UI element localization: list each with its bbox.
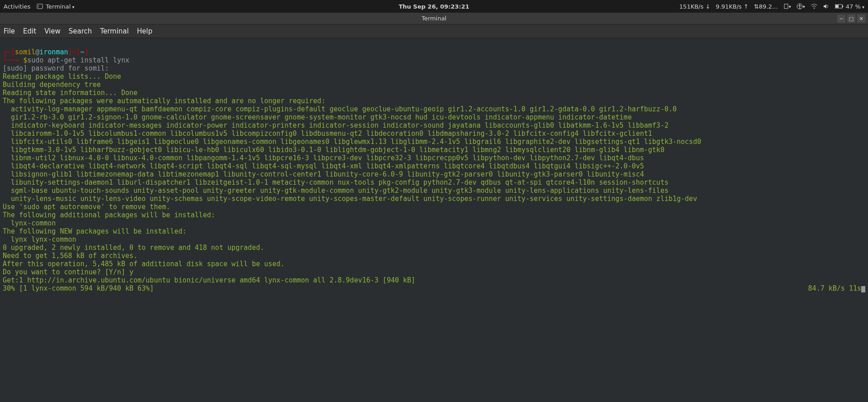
prompt-cwd: ~ (81, 48, 85, 56)
output-line: Building dependency tree (3, 81, 101, 89)
pkg-list-line: libgtkmm-3.0-1v5 libharfbuzz-gobject0 li… (3, 146, 865, 154)
terminal-viewport[interactable]: ┌─[somil@ironman]─[~] └──╼ $sudo apt-get… (0, 38, 868, 402)
pkg-list-line: activity-log-manager appmenu-qt bamfdaem… (3, 105, 865, 113)
sudo-pw-line: [sudo] password for somil: (3, 64, 109, 72)
menu-edit[interactable]: Edit (23, 27, 36, 35)
pkg-list-line: gir1.2-rb-3.0 gir1.2-signon-1.0 gnome-ca… (3, 113, 865, 121)
clock[interactable]: Thu Sep 26, 09:23:21 (398, 3, 469, 10)
menu-terminal[interactable]: Terminal (100, 27, 128, 35)
pkg-list-line: sgml-base ubuntu-touch-sounds unity-asse… (3, 187, 865, 195)
svg-rect-7 (835, 5, 839, 8)
prompt-at: @ (35, 48, 39, 56)
cursor (861, 286, 865, 292)
output-line: The following NEW packages will be insta… (3, 227, 186, 235)
output-line: Reading state information... Done (3, 89, 138, 97)
progress-right: 84.7 kB/s 11s (808, 284, 865, 292)
continue-prompt: Do you want to continue? [Y/n] y (3, 268, 133, 276)
pkg-list-line: lynx-common (3, 219, 865, 227)
prompt-user: somil (15, 48, 35, 56)
net-down: 151KB/s ↓ (679, 3, 710, 10)
pkg-list-line: libunity-settings-daemon1 liburl-dispatc… (3, 178, 865, 187)
wifi-icon[interactable] (811, 4, 818, 9)
pkg-list-line: libnm-util2 libnux-4.0-0 libnux-4.0-comm… (3, 154, 865, 162)
prompt-frame-open: ┌─[ (3, 48, 15, 56)
command-text: sudo apt-get install lynx (27, 56, 129, 64)
pkg-list-line: libfcitx-utils0 libframe6 libgeis1 libge… (3, 138, 865, 146)
pkg-list-line: unity-lens-music unity-lens-video unity-… (3, 195, 865, 203)
output-line: Get:1 http://in.archive.ubuntu.com/ubunt… (3, 276, 415, 284)
terminal-icon (37, 3, 43, 10)
output-line: 0 upgraded, 2 newly installed, 0 to remo… (3, 244, 264, 252)
output-line: Reading package lists... Done (3, 72, 121, 81)
svg-point-4 (814, 8, 815, 9)
output-line: The following packages were automaticall… (3, 97, 325, 105)
maximize-button[interactable]: □ (847, 14, 855, 23)
menu-file[interactable]: File (4, 27, 15, 35)
prompt-frame-mid: ]─[ (68, 48, 81, 56)
minimize-button[interactable]: ─ (837, 14, 845, 23)
battery-icon (835, 4, 844, 9)
output-line: The following additional packages will b… (3, 211, 215, 219)
net-up: 9.91KB/s ↑ (716, 3, 749, 10)
pkg-list-line: libqt4-declarative libqt4-network libqt4… (3, 162, 865, 170)
prompt-frame-end: ] (85, 48, 89, 56)
battery-label: 47 % (846, 3, 864, 10)
menu-search[interactable]: Search (69, 27, 92, 35)
clipboard-icon[interactable] (783, 4, 791, 9)
prompt-dollar: $ (23, 56, 27, 64)
app-menu[interactable]: Terminal (37, 3, 74, 10)
net-misc: ⇅89.2… (754, 3, 778, 10)
svg-rect-1 (784, 4, 788, 9)
menu-view[interactable]: View (44, 27, 61, 35)
output-line: Need to get 1,568 kB of archives. (3, 252, 138, 260)
battery-indicator[interactable]: 47 % (835, 3, 864, 10)
volume-icon[interactable] (823, 4, 830, 9)
progress-left: 30% [1 lynx-common 594 kB/940 kB 63%] (3, 284, 154, 292)
pkg-list-line: lynx lynx-common (3, 235, 865, 244)
svg-rect-6 (842, 5, 843, 7)
close-button[interactable]: ✕ (857, 14, 865, 23)
menu-help[interactable]: Help (137, 27, 152, 35)
window-title: Terminal (422, 15, 446, 22)
window-title-bar: Terminal ─ □ ✕ (0, 13, 868, 24)
prompt-line2: └──╼ (3, 56, 23, 64)
output-line: After this operation, 5,485 kB of additi… (3, 260, 285, 268)
prompt-host: ironman (39, 48, 68, 56)
svg-point-3 (799, 5, 800, 6)
activities-button[interactable]: Activities (4, 3, 30, 10)
terminal-menubar: File Edit View Search Terminal Help (0, 24, 868, 38)
app-menu-label: Terminal (46, 3, 74, 10)
output-line: Use 'sudo apt autoremove' to remove them… (3, 203, 170, 211)
pkg-list-line: libcairomm-1.0-1v5 libcolumbus1-common l… (3, 129, 865, 138)
accessibility-icon[interactable] (797, 3, 805, 10)
svg-rect-0 (37, 4, 43, 9)
pkg-list-line: indicator-keyboard indicator-messages in… (3, 121, 865, 129)
gnome-top-panel: Activities Terminal Thu Sep 26, 09:23:21… (0, 0, 868, 13)
pkg-list-line: libsignon-glib1 libtimezonemap-data libt… (3, 170, 865, 178)
